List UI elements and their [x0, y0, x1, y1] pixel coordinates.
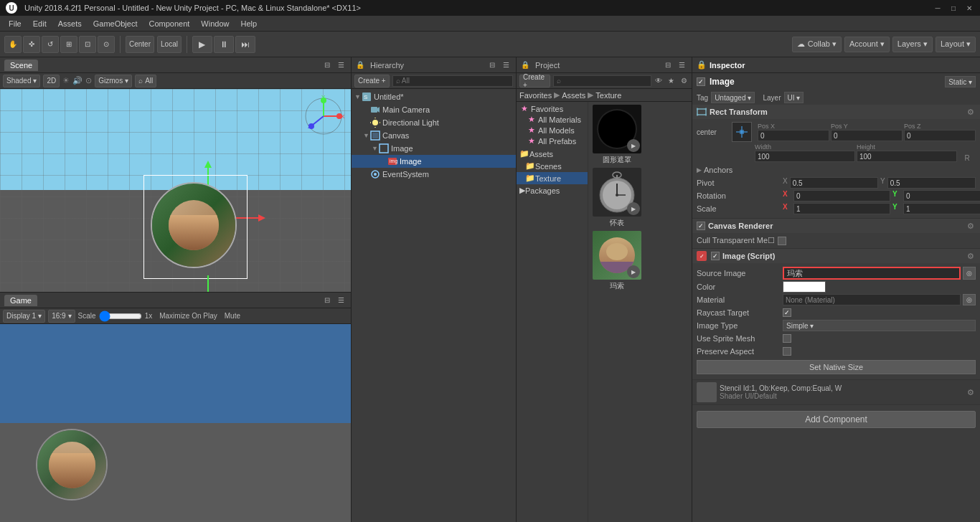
center-button[interactable]: Center — [126, 36, 154, 53]
menu-assets[interactable]: Assets — [52, 18, 88, 29]
local-button[interactable]: Local — [157, 36, 182, 53]
scene-lock-icon[interactable]: ⊟ — [321, 60, 333, 71]
transform-tool[interactable]: ⊙ — [98, 36, 115, 53]
project-search-input[interactable] — [553, 75, 651, 87]
all-dropdown[interactable]: ⌕ All — [135, 75, 156, 87]
stencil-settings-icon[interactable]: ⚙ — [966, 387, 976, 397]
fav-item-all-materials[interactable]: ★ All Materials — [519, 114, 585, 125]
source-image-picker-btn[interactable]: ◎ — [963, 267, 976, 280]
game-lock-icon[interactable]: ⊟ — [321, 295, 333, 306]
lighting-icon[interactable]: ☀ — [62, 76, 70, 85]
posz-input[interactable] — [904, 130, 976, 141]
gizmos-dropdown[interactable]: Gizmos ▾ — [95, 75, 132, 87]
hierarchy-item-image-parent[interactable]: ▼ Image — [352, 142, 516, 155]
fav-item-all-models[interactable]: ★ All Models — [519, 125, 585, 136]
audio-icon[interactable]: 🔊 — [72, 76, 83, 85]
asset-thumb-yuanxing[interactable]: ▶ 圆形遮罩 — [591, 105, 643, 165]
rect-transform-header[interactable]: Rect Transform ⚙ — [692, 105, 980, 119]
rt-settings-icon[interactable]: ⚙ — [966, 107, 976, 117]
rot-x-input[interactable] — [793, 190, 890, 201]
hierarchy-item-image-child[interactable]: img Image — [352, 155, 516, 168]
rect-tool[interactable]: ⊡ — [79, 36, 96, 53]
raycast-checkbox[interactable] — [783, 308, 791, 317]
use-sprite-checkbox[interactable] — [783, 334, 791, 343]
asset-thumb-masuo[interactable]: ▶ 玛索 — [591, 231, 643, 291]
ratio-dropdown[interactable]: 16:9 ▾ — [48, 310, 75, 323]
breadcrumb-favorites[interactable]: Favorites — [519, 91, 552, 100]
maximize-label[interactable]: Maximize On Play — [159, 312, 217, 320]
game-tab[interactable]: Game — [4, 295, 37, 306]
display-dropdown[interactable]: Display 1 ▾ — [3, 310, 45, 323]
maximize-button[interactable]: □ — [948, 3, 958, 13]
rotate-tool[interactable]: ↺ — [42, 36, 59, 53]
minimize-button[interactable]: ─ — [933, 3, 943, 13]
scene-effects-icon[interactable]: ⊙ — [85, 76, 92, 85]
scene-tab[interactable]: Scene — [4, 60, 38, 71]
scale-y-input[interactable] — [903, 203, 980, 214]
project-create-btn[interactable]: Create + — [519, 75, 550, 87]
hand-tool[interactable]: ✋ — [4, 36, 22, 53]
posx-input[interactable] — [758, 130, 829, 141]
add-component-btn[interactable]: Add Component — [697, 411, 976, 428]
gameobj-active-checkbox[interactable] — [697, 77, 705, 86]
texture-tree-item[interactable]: 📁 Texture — [517, 172, 588, 184]
rt-R-button[interactable]: R — [964, 154, 969, 162]
menu-edit[interactable]: Edit — [27, 18, 52, 29]
scenes-tree-item[interactable]: 📁 Scenes — [517, 160, 588, 172]
packages-tree-item[interactable]: ▶ Packages — [517, 184, 588, 196]
rot-y-input[interactable] — [903, 190, 980, 201]
hierarchy-item-dir-light[interactable]: Directional Light — [352, 116, 516, 129]
breadcrumb-assets[interactable]: Assets — [562, 91, 585, 100]
layout-button[interactable]: Layout ▾ — [936, 37, 976, 52]
anchors-foldout[interactable]: ▶ Anchors — [697, 166, 976, 174]
pivot-x-input[interactable] — [790, 177, 878, 189]
width-input[interactable] — [755, 151, 855, 162]
image-type-dropdown[interactable]: Simple ▾ — [783, 320, 976, 331]
menu-component[interactable]: Component — [143, 18, 195, 29]
play-button[interactable]: ▶ — [192, 36, 212, 53]
pivot-y-input[interactable] — [887, 177, 976, 189]
game-more-icon[interactable]: ☰ — [335, 295, 347, 306]
project-eye-icon[interactable]: 👁 — [654, 75, 664, 87]
project-star-icon[interactable]: ★ — [666, 75, 676, 87]
color-swatch[interactable] — [783, 281, 826, 293]
layers-button[interactable]: Layers ▾ — [892, 37, 933, 52]
canvas-renderer-checkbox[interactable] — [697, 222, 705, 230]
hierarchy-create-btn[interactable]: Create + — [354, 75, 390, 87]
hierarchy-item-main-camera[interactable]: Main Camera — [352, 103, 516, 116]
scene-view[interactable]: X Y Z — [0, 89, 351, 292]
hierarchy-item-canvas[interactable]: ▼ Canvas — [352, 129, 516, 142]
image-script-checkbox[interactable] — [711, 252, 720, 260]
tag-dropdown[interactable]: Untagged ▾ — [711, 92, 754, 103]
breadcrumb-texture[interactable]: Texture — [595, 91, 621, 100]
menu-file[interactable]: File — [3, 18, 27, 29]
move-tool[interactable]: ✜ — [23, 36, 40, 53]
layer-dropdown[interactable]: UI ▾ — [784, 92, 804, 103]
shaded-dropdown[interactable]: Shaded ▾ — [3, 75, 40, 87]
asset-thumb-huaibiao[interactable]: ▶ 怀表 — [591, 168, 643, 228]
scene-more-icon[interactable]: ☰ — [335, 60, 347, 71]
image-script-header[interactable]: ✓ Image (Script) ⚙ — [692, 249, 980, 263]
2d-toggle[interactable]: 2D — [43, 75, 60, 87]
close-button[interactable]: ✕ — [964, 3, 974, 13]
step-button[interactable]: ⏭ — [235, 36, 255, 53]
fav-item-favorites[interactable]: ★ Favorites — [519, 103, 585, 114]
source-image-input[interactable] — [783, 267, 961, 280]
project-settings-icon[interactable]: ⚙ — [679, 75, 689, 87]
menu-window[interactable]: Window — [195, 18, 235, 29]
project-lock-btn[interactable]: ⊟ — [662, 60, 674, 71]
hierarchy-item-untitled[interactable]: ▼ S Untitled* — [352, 90, 516, 103]
material-picker-btn[interactable]: ◎ — [963, 294, 976, 305]
fav-item-all-prefabs[interactable]: ★ All Prefabs — [519, 136, 585, 146]
project-more-btn[interactable]: ☰ — [676, 60, 687, 71]
hierarchy-search-input[interactable] — [392, 75, 513, 87]
scale-slider[interactable] — [99, 312, 142, 321]
preserve-checkbox[interactable] — [783, 347, 791, 356]
assets-tree-item[interactable]: 📁 Assets — [517, 148, 588, 160]
pause-button[interactable]: ⏸ — [214, 36, 234, 53]
gameobj-name-input[interactable] — [710, 77, 941, 87]
cr-settings-icon[interactable]: ⚙ — [966, 221, 976, 231]
menu-help[interactable]: Help — [235, 18, 263, 29]
mute-label[interactable]: Mute — [225, 312, 240, 320]
canvas-renderer-header[interactable]: Canvas Renderer ⚙ — [692, 219, 980, 233]
